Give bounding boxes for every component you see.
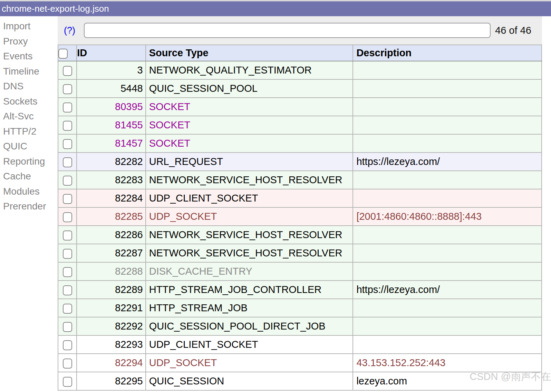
table-row[interactable]: 82285UDP_SOCKET[2001:4860:4860::8888]:44… xyxy=(58,207,542,226)
row-description xyxy=(353,79,542,98)
sidebar-item-proxy[interactable]: Proxy xyxy=(0,34,58,49)
table-row[interactable]: 81457SOCKET xyxy=(58,134,542,153)
column-header-id[interactable]: ID xyxy=(77,45,146,61)
column-header-source-type[interactable]: Source Type xyxy=(146,45,353,61)
table-row[interactable]: 82295QUIC_SESSIONlezeya.com xyxy=(58,372,542,390)
row-checkbox[interactable] xyxy=(63,66,72,76)
row-checkbox-cell xyxy=(58,61,77,79)
row-checkbox[interactable] xyxy=(63,194,72,204)
loaded-filename: chrome-net-export-log.json xyxy=(2,3,109,14)
row-description xyxy=(353,244,542,262)
filter-input[interactable] xyxy=(84,23,491,38)
row-description xyxy=(353,226,542,244)
row-id: 82289 xyxy=(77,281,146,299)
titlebar: chrome-net-export-log.json xyxy=(0,1,551,16)
row-source-type: HTTP_STREAM_JOB xyxy=(146,299,353,317)
table-row[interactable]: 82284UDP_CLIENT_SOCKET xyxy=(58,189,542,207)
row-checkbox-cell xyxy=(58,226,77,244)
filter-bar: (?) 46 of 46 xyxy=(58,16,542,45)
row-checkbox[interactable] xyxy=(63,377,72,387)
filter-help-link[interactable]: (?) xyxy=(64,25,75,36)
row-id: 82293 xyxy=(77,335,146,354)
sidebar-item-dns[interactable]: DNS xyxy=(0,79,58,94)
row-source-type: NETWORK_SERVICE_HOST_RESOLVER xyxy=(146,171,353,189)
row-source-type: NETWORK_SERVICE_HOST_RESOLVER xyxy=(146,244,353,262)
sidebar-item-reporting[interactable]: Reporting xyxy=(0,154,58,169)
row-description: 43.153.152.252:443 xyxy=(353,354,542,372)
row-checkbox-cell xyxy=(58,262,77,281)
table-row[interactable]: 81455SOCKET xyxy=(58,116,542,134)
sidebar-item-prerender[interactable]: Prerender xyxy=(0,199,58,214)
table-row[interactable]: 82292QUIC_SESSION_POOL_DIRECT_JOB xyxy=(58,317,542,335)
row-checkbox-cell xyxy=(58,98,77,116)
row-id: 3 xyxy=(77,61,146,79)
row-checkbox[interactable] xyxy=(63,157,72,167)
row-description xyxy=(353,299,542,317)
table-row[interactable]: 82288DISK_CACHE_ENTRY xyxy=(58,262,542,281)
sidebar: ImportProxyEventsTimelineDNSSocketsAlt-S… xyxy=(0,16,58,392)
row-id: 82283 xyxy=(77,171,146,189)
row-checkbox[interactable] xyxy=(63,212,72,222)
table-row[interactable]: 5448QUIC_SESSION_POOL xyxy=(58,79,542,98)
sidebar-item-alt-svc[interactable]: Alt-Svc xyxy=(0,109,58,124)
sidebar-item-events[interactable]: Events xyxy=(0,49,58,64)
table-row[interactable]: 82294UDP_SOCKET43.153.152.252:443 xyxy=(58,354,542,372)
row-description: [2001:4860:4860::8888]:443 xyxy=(353,207,542,226)
row-checkbox[interactable] xyxy=(63,285,72,295)
row-id: 80395 xyxy=(77,98,146,116)
sidebar-item-modules[interactable]: Modules xyxy=(0,184,58,199)
row-checkbox[interactable] xyxy=(63,340,72,350)
table-row[interactable]: 80395SOCKET xyxy=(58,98,542,116)
row-checkbox[interactable] xyxy=(63,84,72,94)
table-row[interactable]: 82286NETWORK_SERVICE_HOST_RESOLVER xyxy=(58,226,542,244)
sidebar-item-cache[interactable]: Cache xyxy=(0,169,58,184)
row-description xyxy=(353,171,542,189)
row-source-type: UDP_CLIENT_SOCKET xyxy=(146,335,353,354)
row-id: 81457 xyxy=(77,134,146,153)
row-checkbox[interactable] xyxy=(63,322,72,332)
table-row[interactable]: 82287NETWORK_SERVICE_HOST_RESOLVER xyxy=(58,244,542,262)
sidebar-item-quic[interactable]: QUIC xyxy=(0,139,58,154)
row-source-type: NETWORK_SERVICE_HOST_RESOLVER xyxy=(146,226,353,244)
row-source-type: SOCKET xyxy=(146,116,353,134)
row-checkbox-cell xyxy=(58,372,77,390)
row-description: lezeya.com xyxy=(353,372,542,390)
table-row[interactable]: 82291HTTP_STREAM_JOB xyxy=(58,299,542,317)
sidebar-item-import[interactable]: Import xyxy=(0,19,58,34)
sidebar-item-http-2[interactable]: HTTP/2 xyxy=(0,124,58,139)
row-id: 82284 xyxy=(77,189,146,207)
row-source-type: SOCKET xyxy=(146,98,353,116)
row-checkbox[interactable] xyxy=(63,139,72,149)
row-checkbox[interactable] xyxy=(63,121,72,131)
row-checkbox[interactable] xyxy=(63,304,72,314)
row-checkbox-cell xyxy=(58,299,77,317)
table-row[interactable]: 82283NETWORK_SERVICE_HOST_RESOLVER xyxy=(58,171,542,189)
row-description xyxy=(353,189,542,207)
table-row[interactable]: 3NETWORK_QUALITY_ESTIMATOR xyxy=(58,61,542,79)
row-checkbox[interactable] xyxy=(63,267,72,277)
row-source-type: SOCKET xyxy=(146,134,353,153)
row-checkbox[interactable] xyxy=(63,359,72,369)
row-checkbox-cell xyxy=(58,207,77,226)
row-description xyxy=(353,134,542,153)
row-id: 82294 xyxy=(77,354,146,372)
row-description xyxy=(353,262,542,281)
row-id: 82291 xyxy=(77,299,146,317)
table-row[interactable]: 82289HTTP_STREAM_JOB_CONTROLLERhttps://l… xyxy=(58,281,542,299)
select-all-checkbox[interactable] xyxy=(58,49,68,59)
table-row[interactable]: 82293UDP_CLIENT_SOCKET xyxy=(58,335,542,354)
table-row[interactable]: 82282URL_REQUESThttps://lezeya.com/ xyxy=(58,153,542,171)
row-checkbox[interactable] xyxy=(63,249,72,259)
sidebar-item-timeline[interactable]: Timeline xyxy=(0,64,58,79)
row-checkbox-cell xyxy=(58,244,77,262)
row-checkbox[interactable] xyxy=(63,176,72,186)
row-id: 82287 xyxy=(77,244,146,262)
row-checkbox[interactable] xyxy=(63,102,72,112)
row-checkbox-cell xyxy=(58,171,77,189)
column-header-description[interactable]: Description xyxy=(353,45,542,61)
row-description: https://lezeya.com/ xyxy=(353,153,542,171)
row-description xyxy=(353,317,542,335)
row-checkbox[interactable] xyxy=(63,231,72,241)
sidebar-item-sockets[interactable]: Sockets xyxy=(0,94,58,109)
select-all-cell xyxy=(58,45,77,61)
